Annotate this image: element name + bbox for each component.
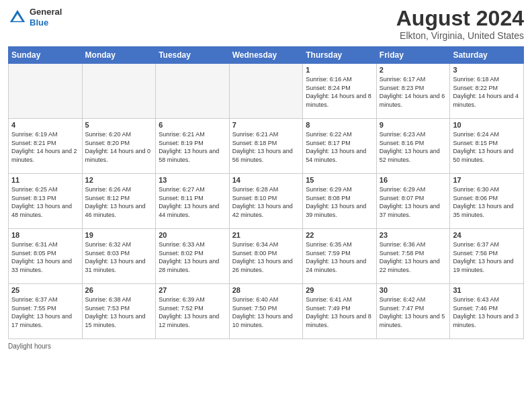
day-info: Sunrise: 6:28 AM Sunset: 8:10 PM Dayligh… (232, 185, 300, 219)
day-cell: 24Sunrise: 6:37 AM Sunset: 7:56 PM Dayli… (450, 229, 524, 284)
day-number: 18 (11, 231, 79, 239)
day-number: 7 (232, 121, 300, 129)
day-info: Sunrise: 6:37 AM Sunset: 7:55 PM Dayligh… (11, 295, 79, 329)
day-number: 6 (159, 121, 226, 129)
day-number: 1 (306, 66, 373, 74)
day-info: Sunrise: 6:32 AM Sunset: 8:03 PM Dayligh… (85, 240, 153, 274)
day-number: 3 (453, 66, 521, 74)
header-friday: Friday (376, 47, 450, 64)
day-info: Sunrise: 6:37 AM Sunset: 7:56 PM Dayligh… (453, 240, 521, 274)
footer-daylight: Daylight hours (8, 342, 524, 350)
day-cell: 17Sunrise: 6:30 AM Sunset: 8:06 PM Dayli… (450, 174, 524, 229)
header-row: Sunday Monday Tuesday Wednesday Thursday… (9, 47, 524, 64)
day-cell: 15Sunrise: 6:29 AM Sunset: 8:08 PM Dayli… (303, 174, 377, 229)
day-info: Sunrise: 6:35 AM Sunset: 7:59 PM Dayligh… (306, 240, 373, 274)
day-number: 2 (380, 66, 447, 74)
day-cell (82, 64, 156, 119)
day-info: Sunrise: 6:34 AM Sunset: 8:00 PM Dayligh… (232, 240, 300, 274)
day-info: Sunrise: 6:21 AM Sunset: 8:19 PM Dayligh… (159, 130, 226, 164)
week-row-1: 1Sunrise: 6:16 AM Sunset: 8:24 PM Daylig… (9, 64, 524, 119)
week-row-2: 4Sunrise: 6:19 AM Sunset: 8:21 PM Daylig… (9, 119, 524, 174)
week-row-4: 18Sunrise: 6:31 AM Sunset: 8:05 PM Dayli… (9, 229, 524, 284)
day-info: Sunrise: 6:42 AM Sunset: 7:47 PM Dayligh… (380, 295, 447, 329)
header-saturday: Saturday (450, 47, 524, 64)
day-info: Sunrise: 6:23 AM Sunset: 8:16 PM Dayligh… (380, 130, 447, 164)
day-number: 22 (306, 231, 373, 239)
day-cell: 20Sunrise: 6:33 AM Sunset: 8:02 PM Dayli… (156, 229, 230, 284)
week-row-3: 11Sunrise: 6:25 AM Sunset: 8:13 PM Dayli… (9, 174, 524, 229)
day-cell: 19Sunrise: 6:32 AM Sunset: 8:03 PM Dayli… (82, 229, 156, 284)
day-info: Sunrise: 6:38 AM Sunset: 7:53 PM Dayligh… (85, 295, 153, 329)
logo-text: General Blue (30, 7, 62, 28)
day-info: Sunrise: 6:40 AM Sunset: 7:50 PM Dayligh… (232, 295, 300, 329)
day-number: 16 (380, 176, 447, 184)
day-number: 5 (85, 121, 153, 129)
day-number: 15 (306, 176, 373, 184)
day-cell: 8Sunrise: 6:22 AM Sunset: 8:17 PM Daylig… (303, 119, 377, 174)
day-info: Sunrise: 6:20 AM Sunset: 8:20 PM Dayligh… (85, 130, 153, 164)
header-thursday: Thursday (303, 47, 377, 64)
day-cell: 1Sunrise: 6:16 AM Sunset: 8:24 PM Daylig… (303, 64, 377, 119)
day-info: Sunrise: 6:16 AM Sunset: 8:24 PM Dayligh… (306, 75, 373, 109)
header-tuesday: Tuesday (156, 47, 230, 64)
day-cell: 4Sunrise: 6:19 AM Sunset: 8:21 PM Daylig… (9, 119, 83, 174)
day-info: Sunrise: 6:21 AM Sunset: 8:18 PM Dayligh… (232, 130, 300, 164)
day-info: Sunrise: 6:22 AM Sunset: 8:17 PM Dayligh… (306, 130, 373, 164)
day-number: 9 (380, 121, 447, 129)
day-info: Sunrise: 6:43 AM Sunset: 7:46 PM Dayligh… (453, 295, 521, 329)
day-info: Sunrise: 6:36 AM Sunset: 7:58 PM Dayligh… (380, 240, 447, 274)
day-number: 12 (85, 176, 153, 184)
day-cell: 25Sunrise: 6:37 AM Sunset: 7:55 PM Dayli… (9, 284, 83, 339)
day-info: Sunrise: 6:24 AM Sunset: 8:15 PM Dayligh… (453, 130, 521, 164)
day-cell (156, 64, 230, 119)
page-container: General Blue August 2024 Elkton, Virgini… (0, 0, 532, 355)
logo-general: General (30, 7, 62, 17)
day-number: 20 (159, 231, 226, 239)
day-info: Sunrise: 6:31 AM Sunset: 8:05 PM Dayligh… (11, 240, 79, 274)
header-wednesday: Wednesday (229, 47, 303, 64)
day-cell: 11Sunrise: 6:25 AM Sunset: 8:13 PM Dayli… (9, 174, 83, 229)
day-number: 28 (232, 286, 300, 294)
day-info: Sunrise: 6:25 AM Sunset: 8:13 PM Dayligh… (11, 185, 79, 219)
day-cell: 2Sunrise: 6:17 AM Sunset: 8:23 PM Daylig… (376, 64, 450, 119)
day-cell: 13Sunrise: 6:27 AM Sunset: 8:11 PM Dayli… (156, 174, 230, 229)
day-info: Sunrise: 6:18 AM Sunset: 8:22 PM Dayligh… (453, 75, 521, 109)
location-text: Elkton, Virginia, United States (396, 30, 524, 41)
day-info: Sunrise: 6:39 AM Sunset: 7:52 PM Dayligh… (159, 295, 226, 329)
day-number: 30 (380, 286, 447, 294)
calendar-table: Sunday Monday Tuesday Wednesday Thursday… (8, 46, 524, 339)
day-cell: 5Sunrise: 6:20 AM Sunset: 8:20 PM Daylig… (82, 119, 156, 174)
day-info: Sunrise: 6:33 AM Sunset: 8:02 PM Dayligh… (159, 240, 226, 274)
day-number: 17 (453, 176, 521, 184)
day-cell: 7Sunrise: 6:21 AM Sunset: 8:18 PM Daylig… (229, 119, 303, 174)
day-cell: 26Sunrise: 6:38 AM Sunset: 7:53 PM Dayli… (82, 284, 156, 339)
day-info: Sunrise: 6:19 AM Sunset: 8:21 PM Dayligh… (11, 130, 79, 164)
day-number: 21 (232, 231, 300, 239)
header-sunday: Sunday (9, 47, 83, 64)
day-cell: 29Sunrise: 6:41 AM Sunset: 7:49 PM Dayli… (303, 284, 377, 339)
day-cell: 21Sunrise: 6:34 AM Sunset: 8:00 PM Dayli… (229, 229, 303, 284)
day-info: Sunrise: 6:26 AM Sunset: 8:12 PM Dayligh… (85, 185, 153, 219)
day-info: Sunrise: 6:29 AM Sunset: 8:07 PM Dayligh… (380, 185, 447, 219)
day-cell: 31Sunrise: 6:43 AM Sunset: 7:46 PM Dayli… (450, 284, 524, 339)
day-cell (229, 64, 303, 119)
day-cell: 9Sunrise: 6:23 AM Sunset: 8:16 PM Daylig… (376, 119, 450, 174)
day-info: Sunrise: 6:30 AM Sunset: 8:06 PM Dayligh… (453, 185, 521, 219)
day-cell: 28Sunrise: 6:40 AM Sunset: 7:50 PM Dayli… (229, 284, 303, 339)
day-number: 23 (380, 231, 447, 239)
day-cell (9, 64, 83, 119)
day-number: 24 (453, 231, 521, 239)
logo-blue: Blue (30, 17, 62, 28)
logo: General Blue (8, 7, 62, 28)
day-cell: 27Sunrise: 6:39 AM Sunset: 7:52 PM Dayli… (156, 284, 230, 339)
title-block: August 2024 Elkton, Virginia, United Sta… (396, 7, 524, 41)
day-number: 29 (306, 286, 373, 294)
day-cell: 10Sunrise: 6:24 AM Sunset: 8:15 PM Dayli… (450, 119, 524, 174)
day-number: 14 (232, 176, 300, 184)
day-cell: 18Sunrise: 6:31 AM Sunset: 8:05 PM Dayli… (9, 229, 83, 284)
day-cell: 16Sunrise: 6:29 AM Sunset: 8:07 PM Dayli… (376, 174, 450, 229)
day-number: 25 (11, 286, 79, 294)
day-number: 8 (306, 121, 373, 129)
day-number: 26 (85, 286, 153, 294)
header: General Blue August 2024 Elkton, Virgini… (8, 7, 524, 41)
